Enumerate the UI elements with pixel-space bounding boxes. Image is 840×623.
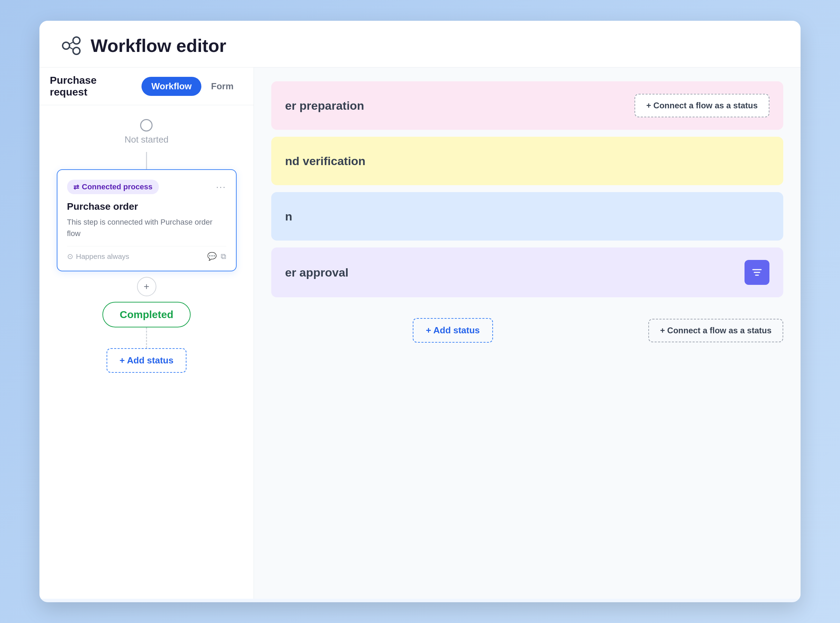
bottom-row: + Add status + Connect a flow as a statu… bbox=[254, 318, 800, 343]
comment-icon[interactable]: 💬 bbox=[207, 252, 217, 261]
connect-flow-btn-preparation[interactable]: + Connect a flow as a status bbox=[635, 94, 770, 117]
svg-point-0 bbox=[63, 42, 70, 49]
card-actions: 💬 ⧉ bbox=[207, 252, 226, 261]
connected-badge: ⇄ Connected process bbox=[67, 180, 159, 194]
connected-badge-label: Connected process bbox=[82, 183, 153, 192]
card-menu-dots[interactable]: ··· bbox=[216, 181, 226, 192]
right-panel: er preparation + Connect a flow as a sta… bbox=[254, 68, 800, 599]
connector-line-1 bbox=[146, 152, 147, 169]
col-title-verification: nd verification bbox=[285, 154, 365, 168]
svg-point-2 bbox=[73, 48, 80, 54]
not-started-label: Not started bbox=[124, 134, 168, 145]
bottom-connect-flow-btn[interactable]: + Connect a flow as a status bbox=[648, 319, 783, 342]
main-window: Workflow editor Purchase request Workflo… bbox=[40, 21, 800, 602]
card-title: Purchase order bbox=[67, 201, 226, 212]
workflow-icon bbox=[60, 35, 82, 57]
page-title: Workflow editor bbox=[91, 35, 226, 56]
connected-process-icon: ⇄ bbox=[73, 183, 79, 191]
process-card: ⇄ Connected process ··· Purchase order T… bbox=[57, 169, 237, 272]
not-started-circle bbox=[140, 119, 153, 132]
happens-always: ⊙ Happens always bbox=[67, 252, 129, 261]
card-description: This step is connected with Purchase ord… bbox=[67, 216, 226, 239]
col-title-preparation: er preparation bbox=[285, 99, 364, 112]
copy-icon[interactable]: ⧉ bbox=[221, 252, 226, 261]
tab-panel-title: Purchase request bbox=[50, 74, 133, 98]
card-footer: ⊙ Happens always 💬 ⧉ bbox=[67, 246, 226, 261]
content-area: Purchase request Workflow Form Not start… bbox=[40, 68, 800, 599]
col-title-approval: er approval bbox=[285, 266, 348, 279]
filter-icon-button[interactable] bbox=[745, 260, 770, 285]
nodes-area: Not started ⇄ Connected process ··· Purc… bbox=[40, 105, 254, 599]
add-status-button[interactable]: + Add status bbox=[107, 348, 187, 373]
col-title-n: n bbox=[285, 210, 292, 223]
column-verification: nd verification bbox=[271, 137, 783, 185]
add-step-button[interactable]: + bbox=[137, 277, 156, 296]
svg-line-4 bbox=[69, 47, 73, 49]
svg-point-1 bbox=[73, 37, 80, 44]
svg-line-3 bbox=[69, 42, 73, 44]
dashed-connector bbox=[146, 327, 147, 348]
header: Workflow editor bbox=[40, 21, 800, 68]
column-n: n bbox=[271, 192, 783, 241]
tab-workflow[interactable]: Workflow bbox=[141, 77, 201, 96]
column-preparation: er preparation + Connect a flow as a sta… bbox=[271, 81, 783, 130]
tab-bar: Purchase request Workflow Form bbox=[40, 68, 254, 105]
column-approval: er approval bbox=[271, 247, 783, 297]
happens-label: Happens always bbox=[76, 252, 129, 261]
card-header: ⇄ Connected process ··· bbox=[67, 180, 226, 194]
left-panel: Purchase request Workflow Form Not start… bbox=[40, 68, 254, 599]
tab-form[interactable]: Form bbox=[201, 77, 243, 96]
add-status-btn-right[interactable]: + Add status bbox=[413, 318, 493, 343]
columns-container: er preparation + Connect a flow as a sta… bbox=[254, 68, 800, 311]
not-started-node: Not started bbox=[124, 119, 168, 145]
happens-icon: ⊙ bbox=[67, 252, 73, 261]
completed-node: Completed bbox=[103, 302, 191, 327]
